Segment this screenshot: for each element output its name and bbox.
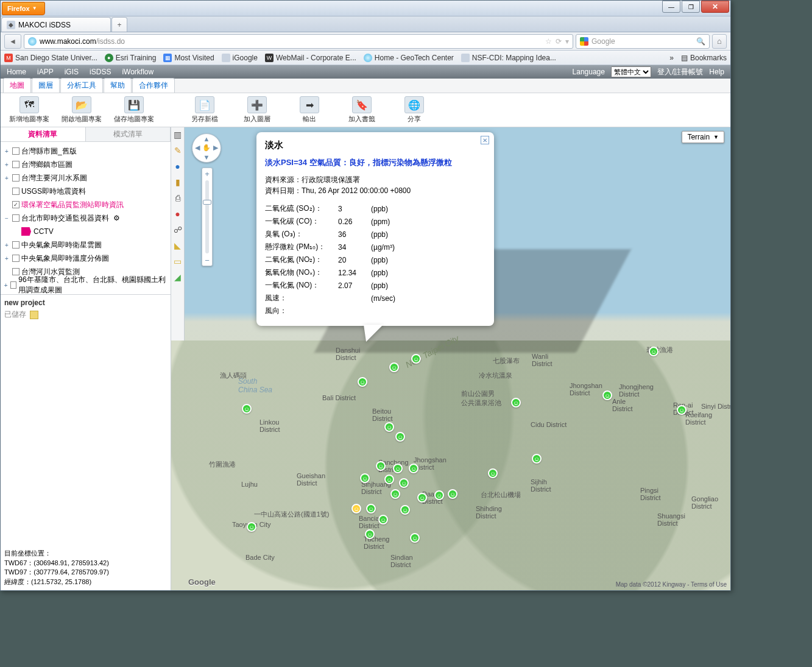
layer-checkbox[interactable]: ✓ (12, 201, 19, 208)
nav-item[interactable]: iGIS (65, 68, 79, 76)
layer-checkbox[interactable] (12, 147, 19, 155)
layer-node[interactable]: +中央氣象局即時溫度分佈圖 (3, 252, 168, 265)
help-link[interactable]: Help (709, 68, 724, 76)
nav-item[interactable]: Home (7, 68, 26, 76)
station-marker[interactable]: ☺ (409, 464, 418, 473)
star-icon[interactable]: ☆ (545, 37, 552, 46)
pan-control[interactable]: ▲ ◀✋▶ ▼ (192, 133, 221, 163)
station-marker[interactable]: ☺ (411, 354, 421, 364)
maximize-button[interactable]: ❐ (682, 1, 700, 13)
tab-data-list[interactable]: 資料清單 (1, 127, 86, 141)
sub-tab[interactable]: 分析工具 (60, 78, 103, 93)
layer-node[interactable]: −台北市即時交通監視器資料⚙ (3, 211, 168, 225)
home-button[interactable]: ⌂ (712, 34, 727, 49)
station-marker[interactable]: ☺ (511, 398, 521, 408)
save-icon[interactable] (30, 311, 38, 319)
url-input[interactable]: www.makoci.com/isdss.do ☆⟳▾ (24, 34, 573, 49)
language-select[interactable]: 繁體中文 (611, 66, 651, 77)
station-marker[interactable]: ☺ (384, 422, 394, 432)
toolbar-item[interactable]: 🌐分享 (388, 96, 440, 124)
station-marker[interactable]: ☺ (488, 468, 498, 478)
measure-icon[interactable]: ▭ (173, 256, 183, 266)
bookmark-item[interactable]: ▦Most Visited (163, 54, 214, 62)
sub-tab[interactable]: 地圖 (3, 78, 31, 93)
pin-icon[interactable]: ● (173, 209, 183, 219)
zoom-track[interactable] (205, 180, 209, 253)
pan-down-icon[interactable]: ▼ (202, 153, 211, 162)
layer-checkbox[interactable] (12, 241, 19, 249)
ruler-icon[interactable]: ◣ (173, 241, 183, 250)
pan-left-icon[interactable]: ◀ (192, 143, 202, 152)
station-marker[interactable]: ☺ (242, 404, 252, 414)
station-marker[interactable]: ☺ (358, 377, 367, 387)
layer-node[interactable]: ✓環保署空氣品質監測站即時資訊 (3, 198, 168, 211)
close-window-button[interactable]: ✕ (701, 1, 729, 13)
toolbar-item[interactable]: ➕加入圖層 (231, 96, 283, 124)
layer-child[interactable]: CCTV (3, 225, 168, 238)
station-marker[interactable]: ☺ (677, 405, 687, 415)
station-marker[interactable]: ☺ (649, 347, 658, 356)
bookmark-item[interactable]: ●Esri Training (105, 54, 157, 62)
bookmark-item[interactable]: iGoogle (222, 54, 258, 62)
pan-right-icon[interactable]: ▶ (211, 143, 221, 152)
bookmark-item[interactable]: WWebMail - Corporate E... (265, 54, 356, 62)
zoom-out-button[interactable]: − (202, 255, 212, 266)
toolbar-item[interactable]: 📄另存新檔 (178, 96, 231, 124)
map-canvas[interactable]: ▥ ✎ ● ▮ ⎙ ● ☍ ◣ ▭ ◢ SouthChina Sea Dansh… (171, 127, 730, 590)
layers-icon[interactable]: ▥ (173, 130, 183, 139)
layer-node[interactable]: USGS即時地震資料 (3, 185, 168, 198)
pan-grab-icon[interactable]: ✋ (202, 143, 211, 152)
expand-icon[interactable]: − (3, 215, 10, 222)
layer-node[interactable]: +96年基隆市、台北市、台北縣、桃園縣國土利用調查成果圖 (3, 278, 168, 292)
station-marker[interactable]: ☺ (366, 504, 376, 513)
expand-icon[interactable] (3, 202, 10, 208)
station-marker[interactable]: ☺ (376, 461, 386, 471)
sound-icon[interactable]: ◢ (173, 272, 183, 282)
station-marker[interactable]: ☺ (247, 522, 256, 532)
station-marker[interactable]: ☺ (532, 454, 542, 464)
sub-tab[interactable]: 幫助 (104, 78, 132, 93)
layer-checkbox[interactable] (12, 255, 19, 262)
firefox-menu-button[interactable]: Firefox▼ (2, 2, 45, 15)
toolbar-item[interactable]: 🗺新增地圖專案 (3, 96, 55, 124)
zoom-in-button[interactable]: + (202, 168, 212, 179)
pan-up-icon[interactable]: ▲ (202, 134, 211, 143)
pencil-icon[interactable]: ✎ (173, 146, 183, 155)
station-marker[interactable]: ☺ (410, 533, 420, 543)
station-marker[interactable]: ☺ (389, 362, 399, 372)
print-icon[interactable]: ⎙ (173, 193, 183, 203)
station-marker[interactable]: ☺ (417, 493, 427, 503)
station-marker[interactable]: ☺ (365, 529, 375, 539)
globe-tool-icon[interactable]: ● (173, 161, 183, 171)
gear-icon[interactable]: ⚙ (113, 214, 120, 222)
station-marker[interactable]: ☺ (351, 504, 361, 513)
layer-checkbox[interactable] (10, 281, 16, 289)
expand-icon[interactable] (3, 269, 10, 275)
search-icon[interactable]: 🔍 (696, 37, 705, 46)
dropdown-icon[interactable]: ▾ (565, 37, 569, 46)
bookmarks-overflow[interactable]: » (669, 54, 674, 62)
new-tab-button[interactable]: + (111, 17, 127, 32)
station-marker[interactable]: ☺ (393, 464, 403, 473)
minimize-button[interactable]: — (662, 1, 680, 13)
station-marker[interactable]: ☺ (384, 475, 394, 484)
expand-icon[interactable]: + (3, 161, 10, 168)
bookmark-item[interactable]: NSF-CDI: Mapping Idea... (461, 54, 556, 62)
toolbar-item[interactable]: ➡輸出 (283, 96, 336, 124)
reload-icon[interactable]: ⟳ (556, 37, 562, 46)
toolbar-item[interactable]: 📂開啟地圖專案 (55, 96, 108, 124)
nav-item[interactable]: iSDSS (90, 68, 111, 76)
station-marker[interactable]: ☺ (395, 432, 405, 442)
layer-node[interactable]: +台灣縣市圖_舊版 (3, 144, 168, 158)
layer-checkbox[interactable] (12, 174, 19, 182)
station-marker[interactable]: ☺ (360, 473, 370, 483)
toolbar-item[interactable]: 💾儲存地圖專案 (108, 96, 160, 124)
layer-node[interactable]: +台灣主要河川水系圖 (3, 171, 168, 185)
station-marker[interactable]: ☺ (448, 489, 457, 499)
station-marker[interactable]: ☺ (399, 478, 409, 488)
sub-tab[interactable]: 圖層 (32, 78, 60, 93)
layer-checkbox[interactable] (12, 214, 19, 222)
browser-tab[interactable]: ◆ MAKOCI iSDSS (1, 17, 111, 32)
bookmark-item[interactable]: MSan Diego State Univer... (4, 54, 97, 62)
folder-icon[interactable]: ▮ (173, 177, 183, 187)
